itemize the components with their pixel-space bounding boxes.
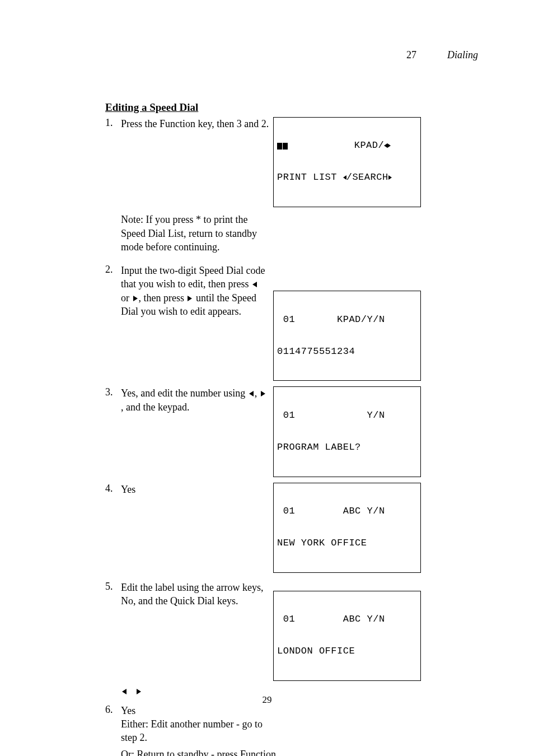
triangle-right-icon [261, 391, 265, 396]
step-number: 5. [105, 581, 121, 592]
step-text: Input the two-digit Speed Dial code that… [121, 264, 266, 318]
step-number: 3. [105, 386, 121, 398]
step-text: Yes [121, 483, 135, 496]
step-1: 1. Press the Function key, then 3 and 2.… [105, 117, 478, 207]
step-6: 6. Yes Either: Edit another number - go … [105, 704, 478, 745]
triangle-left-icon [252, 282, 257, 287]
lcd-text: PRINT LIST [277, 172, 343, 183]
step-2: 2. Input the two-digit Speed Dial code t… [105, 264, 478, 381]
lcd-text: 01 Y/N [277, 410, 385, 421]
lcd-text: 0114775551234 [277, 346, 355, 357]
lcd-display: 01 Y/N PROGRAM LABEL? [273, 386, 421, 477]
footer-page-number: 29 [0, 694, 534, 706]
lcd-text: NEW YORK OFFICE [277, 538, 367, 549]
lcd-text: 01 ABC Y/N [277, 614, 385, 625]
step-number: 2. [105, 264, 121, 276]
step-number: 1. [105, 117, 121, 129]
step-text: Yes Either: Edit another number - go to … [121, 704, 266, 745]
triangle-left-icon [249, 391, 254, 396]
triangle-right-icon [188, 296, 192, 301]
cursor-block-icon [277, 143, 282, 150]
lcd-text: PROGRAM LABEL? [277, 442, 361, 453]
step-text: Press the Function key, then 3 and 2. [121, 117, 269, 130]
triangle-right-icon [133, 296, 138, 301]
lcd-display: 01 ABC Y/N LONDON OFFICE [273, 591, 421, 681]
triangle-right-icon [388, 175, 392, 180]
step-3: 3. Yes, and edit the number using , , an… [105, 386, 478, 477]
page: 27 Dialing Editing a Speed Dial 1. Press… [0, 0, 534, 756]
lcd-text: /SEARCH [346, 172, 388, 183]
step-option: Either: Edit another number - go to step… [121, 718, 263, 743]
step-5: 5. Edit the label using the arrow keys, … [105, 581, 478, 681]
step-number: 4. [105, 483, 121, 494]
lcd-display: 01 KPAD/Y/N 0114775551234 [273, 291, 421, 381]
triangle-left-icon [122, 689, 127, 694]
lcd-display: KPAD/ PRINT LIST /SEARCH [273, 117, 421, 207]
step-6-option-2: Or: Return to standby - press Function. [121, 748, 345, 756]
note-block: Note: If you press * to print the Speed … [121, 213, 266, 254]
lcd-text: 01 ABC Y/N [277, 506, 385, 517]
cursor-block-icon [283, 143, 288, 150]
lcd-text: 01 KPAD/Y/N [277, 314, 385, 325]
page-number-top: 27 [406, 49, 416, 61]
triangle-right-icon [137, 689, 141, 694]
section-heading: Editing a Speed Dial [105, 101, 478, 114]
step-text: Yes, and edit the number using , , and t… [121, 386, 266, 414]
triangle-right-icon [387, 143, 391, 148]
lcd-display: 01 ABC Y/N NEW YORK OFFICE [273, 483, 421, 573]
step-text: Edit the label using the arrow keys, No,… [121, 581, 266, 608]
lcd-text: KPAD/ [288, 140, 384, 151]
lcd-text: LONDON OFFICE [277, 646, 355, 657]
chapter-title: Dialing [447, 49, 478, 61]
step-4: 4. Yes 01 ABC Y/N NEW YORK OFFICE [105, 483, 478, 573]
content-area: Editing a Speed Dial 1. Press the Functi… [105, 101, 478, 756]
